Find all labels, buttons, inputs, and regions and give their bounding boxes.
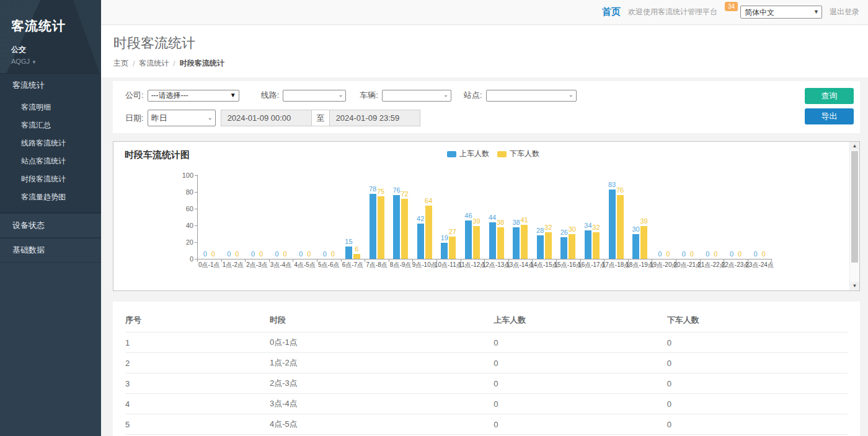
table-row[interactable]: 54点-5点00	[125, 414, 848, 435]
bar-上车人数[interactable]	[632, 234, 639, 259]
notification-badge[interactable]: 34	[725, 2, 738, 11]
bar-上车人数[interactable]	[513, 227, 520, 259]
x-tick-label: 2点-3点	[245, 261, 269, 269]
table-cell: 0	[494, 373, 667, 394]
bar-下车人数[interactable]	[353, 254, 360, 259]
bar-上车人数[interactable]	[465, 220, 472, 259]
bar-value-label: 41	[515, 216, 533, 224]
bar-下车人数[interactable]	[401, 199, 408, 259]
x-tick-label: 17点-18点	[604, 261, 628, 269]
table-cell: 0	[667, 394, 848, 414]
sidebar-item-设备状态[interactable]: 设备状态	[0, 213, 101, 237]
sidebar-subitem-站点客流统计[interactable]: 站点客流统计	[0, 152, 101, 170]
y-tick-mark	[195, 225, 197, 226]
table-header-cell: 序号	[125, 309, 270, 333]
y-tick-label: 80	[172, 188, 193, 196]
scrollbar-thumb[interactable]	[851, 151, 858, 263]
table-row[interactable]: 10点-1点00	[125, 333, 848, 353]
line-select[interactable]	[283, 90, 346, 102]
app-window: 客流统计 公交 AQGJ ▼ 客流统计客流明细客流汇总线路客流统计站点客流统计时…	[0, 0, 868, 436]
date-end-input[interactable]	[329, 110, 420, 126]
bar-value-label: 6	[348, 245, 366, 253]
bar-下车人数[interactable]	[378, 196, 384, 259]
company-select-wrap: ---请选择--- ▼	[148, 89, 239, 102]
sidebar-subitem-客流汇总[interactable]: 客流汇总	[0, 116, 101, 134]
bar-下车人数[interactable]	[473, 226, 480, 259]
bar-下车人数[interactable]	[617, 195, 624, 259]
logout-link[interactable]: 退出登录	[830, 7, 859, 17]
bar-下车人数[interactable]	[545, 232, 552, 259]
bar-上车人数[interactable]	[393, 195, 400, 259]
table-header-row: 序号时段上车人数下车人数	[125, 309, 848, 333]
language-select[interactable]: 简体中文	[740, 6, 822, 19]
query-button[interactable]: 查询	[805, 88, 854, 104]
home-link[interactable]: 首页	[602, 6, 621, 18]
bar-下车人数[interactable]	[569, 234, 575, 259]
table-cell: 1	[125, 333, 270, 353]
x-tick-label: 3点-4点	[269, 261, 293, 269]
sidebar-item-基础数据[interactable]: 基础数据	[0, 238, 101, 262]
y-tick-mark	[195, 192, 197, 193]
date-start-input[interactable]	[221, 110, 312, 126]
table-header-cell: 时段	[270, 309, 494, 333]
bar-上车人数[interactable]	[560, 237, 567, 259]
main-content: 公司: ---请选择--- ▼ 线路: ⌄ 车辆: ⌄ 站点:	[101, 77, 868, 436]
chart-vertical-scrollbar[interactable]: ▲ ▼	[849, 142, 859, 290]
bar-下车人数[interactable]	[521, 225, 528, 259]
table-row[interactable]: 32点-3点00	[125, 373, 848, 394]
date-to-label: 至	[312, 110, 329, 126]
y-tick-mark	[195, 242, 197, 243]
sidebar-group: 设备状态	[0, 213, 101, 238]
chart-plot-area: 0204060801000点-1点001点-2点002点-3点003点-4点00…	[113, 142, 849, 290]
station-select[interactable]	[486, 90, 577, 102]
date-preset-select[interactable]: 昨日	[148, 110, 216, 126]
bar-上车人数[interactable]	[585, 230, 591, 259]
x-tick-label: 20点-21点	[676, 261, 700, 269]
breadcrumb-home[interactable]: 主页	[113, 58, 128, 69]
x-tick-label: 8点-9点	[389, 261, 413, 269]
scroll-down-icon[interactable]: ▼	[850, 282, 859, 290]
breadcrumb-section[interactable]: 客流统计	[139, 58, 169, 69]
bar-下车人数[interactable]	[449, 237, 456, 259]
hourly-flow-table: 序号时段上车人数下车人数 10点-1点0021点-2点0032点-3点0043点…	[125, 309, 848, 436]
bar-上车人数[interactable]	[489, 222, 496, 259]
y-tick-label: 40	[172, 222, 193, 229]
vehicle-select-wrap: ⌄	[382, 89, 451, 102]
table-cell: 2点-3点	[270, 373, 494, 394]
bar-上车人数[interactable]	[537, 235, 544, 259]
bar-value-label: 0	[324, 250, 342, 258]
table-header-cell: 上车人数	[494, 309, 667, 333]
sidebar-item-客流统计[interactable]: 客流统计	[0, 73, 101, 97]
bar-value-label: 0	[755, 250, 773, 258]
org-code-dropdown[interactable]: AQGJ ▼	[11, 58, 90, 65]
bar-上车人数[interactable]	[609, 190, 616, 259]
sidebar-subitem-时段客流统计[interactable]: 时段客流统计	[0, 170, 101, 188]
vehicle-select[interactable]	[382, 90, 451, 102]
table-body: 10点-1点0021点-2点0032点-3点0043点-4点0054点-5点00…	[125, 333, 848, 436]
bar-上车人数[interactable]	[370, 194, 376, 259]
sidebar-subitem-客流明细[interactable]: 客流明细	[0, 98, 101, 116]
welcome-text: 欢迎使用客流统计管理平台	[628, 7, 717, 17]
scroll-up-icon[interactable]: ▲	[850, 142, 859, 150]
sidebar-subitem-客流量趋势图[interactable]: 客流量趋势图	[0, 188, 101, 206]
sidebar-subitem-线路客流统计[interactable]: 线路客流统计	[0, 134, 101, 152]
table-row[interactable]: 43点-4点00	[125, 394, 848, 414]
bar-下车人数[interactable]	[640, 226, 647, 259]
line-select-wrap: ⌄	[283, 89, 346, 102]
bar-下车人数[interactable]	[497, 227, 504, 259]
export-button[interactable]: 导出	[805, 108, 854, 124]
table-cell: 0	[667, 414, 848, 435]
table-row[interactable]: 21点-2点00	[125, 353, 848, 373]
bar-下车人数[interactable]	[593, 232, 600, 259]
bar-上车人数[interactable]	[441, 243, 448, 259]
x-tick-label: 0点-1点	[197, 261, 221, 269]
bar-上车人数[interactable]	[417, 224, 424, 259]
table-header-cell: 下车人数	[667, 309, 848, 333]
filter-panel: 公司: ---请选择--- ▼ 线路: ⌄ 车辆: ⌄ 站点:	[113, 81, 860, 133]
bar-下车人数[interactable]	[425, 206, 432, 259]
app-logo-title: 客流统计	[11, 17, 90, 35]
table-cell: 0	[667, 333, 848, 353]
breadcrumb-current: 时段客流统计	[180, 58, 224, 69]
company-select[interactable]: ---请选择---	[148, 90, 239, 102]
table-panel: 序号时段上车人数下车人数 10点-1点0021点-2点0032点-3点0043点…	[113, 302, 860, 436]
